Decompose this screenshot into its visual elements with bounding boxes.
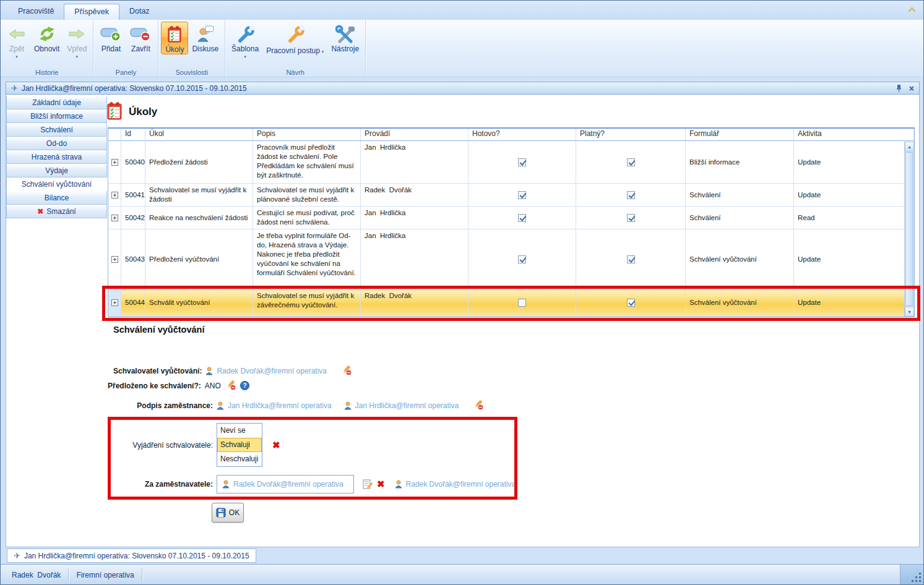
wrench-blue-icon [236, 23, 254, 45]
help-icon[interactable]: ? [240, 381, 249, 390]
edit-remove-pencil-icon[interactable] [340, 365, 352, 376]
header-ukol[interactable]: Úkol [145, 129, 253, 141]
tools-button[interactable]: Nástroje [327, 22, 363, 53]
statement-listbox[interactable]: Neví se Schvaluji Neschvaluji [217, 423, 262, 467]
sidebar-item-vydaje[interactable]: Výdaje [6, 164, 107, 177]
document-tab[interactable]: ✈ Jan Hrdlička@firemní operativa: Sloven… [7, 549, 256, 563]
header-aktivita[interactable]: Aktivita [794, 129, 914, 141]
expand-plus-icon[interactable] [111, 299, 118, 306]
svg-text:?: ? [243, 382, 246, 389]
tab-pracoviste[interactable]: Pracoviště [8, 4, 64, 20]
tab-dotaz[interactable]: Dotaz [119, 4, 160, 20]
clear-x-icon[interactable]: ✖ [377, 480, 385, 489]
scroll-down-icon[interactable]: ▼ [905, 307, 914, 317]
sidebar-item-od-do[interactable]: Od-do [6, 137, 107, 150]
tab-prispevek[interactable]: Příspěvek [64, 4, 119, 20]
template-button[interactable]: Šablona ▾ [228, 22, 262, 59]
refresh-button[interactable]: Obnovit [30, 22, 63, 53]
tasks-button[interactable]: Úkoly [161, 22, 188, 54]
expand-cell [108, 207, 121, 229]
table-row[interactable]: 50042 Reakce na neschválení žádosti Cest… [108, 207, 914, 229]
add-panel-button[interactable]: Přidat [96, 22, 126, 53]
expand-plus-icon[interactable] [111, 192, 118, 199]
done-checkbox[interactable] [518, 158, 526, 166]
approver-link[interactable]: Radek Dvořák@firemní operativa [217, 367, 327, 375]
cell-popis: Schvalovatel se musí vyjádřit k závěrečn… [253, 289, 361, 317]
airplane-icon: ✈ [11, 83, 18, 93]
signature-link-2[interactable]: Jan Hrdlička@firemní operativa [355, 401, 459, 410]
sidebar-item-hrazena-strava[interactable]: Hrazená strava [6, 150, 107, 164]
clear-x-icon[interactable]: ✖ [272, 441, 280, 450]
status-company: Firemní operativa [76, 571, 134, 579]
header-provadi[interactable]: Provádí [361, 129, 468, 141]
cell-hotovo [468, 141, 576, 184]
table-row[interactable]: 50043 Předložení vyúčtování Je třeba vyp… [108, 229, 914, 289]
table-row-selected[interactable]: 50044 Schválit vyúčtování Schvalovatel s… [108, 289, 914, 317]
scroll-up-icon[interactable]: ▲ [905, 142, 914, 152]
header-popis[interactable]: Popis [253, 129, 361, 141]
valid-checkbox[interactable] [627, 255, 635, 263]
ribbon-tab-strip: Pracoviště Příspěvek Dotaz [1, 1, 923, 20]
listbox-option[interactable]: Neví se [217, 424, 262, 438]
discussion-button[interactable]: Diskuse [188, 22, 222, 53]
wrench-orange-icon [286, 23, 304, 45]
resize-grip[interactable] [900, 565, 924, 585]
edit-remove-pencil-icon[interactable] [472, 400, 484, 411]
header-id[interactable]: Id [121, 129, 145, 141]
done-checkbox[interactable] [518, 299, 526, 307]
ribbon-collapse-button[interactable] [906, 5, 917, 14]
done-checkbox[interactable] [518, 214, 526, 222]
expand-plus-icon[interactable] [111, 215, 118, 221]
workflow-button[interactable]: Pracovní postup▾ [262, 22, 327, 56]
statement-label: Vyjádření schvalovatele: [6, 441, 213, 450]
header-platny[interactable]: Platný? [576, 129, 686, 141]
expand-plus-icon[interactable] [111, 159, 118, 166]
table-row[interactable]: 50040 Předložení žádosti Pracovník musí … [108, 141, 914, 184]
submitted-label: Předloženo ke schválení?: [108, 382, 201, 390]
pin-icon [896, 84, 902, 92]
approver-field-row: Schvalovatel vyůčtování: Radek Dvořák@fi… [113, 365, 352, 376]
sidebar-item-schvaleni-vyuctovani[interactable]: Schválení vyůčtování [6, 177, 107, 191]
employer-link-2[interactable]: Radek Dvořák@firemní operativa [406, 480, 516, 489]
sidebar-item-smazani[interactable]: ✖Smazání [6, 205, 107, 218]
edit-remove-pencil-icon[interactable] [225, 380, 236, 391]
sidebar-item-schvaleni[interactable]: Schválení [6, 123, 107, 137]
cell-ukol: Schvalovatel se musí vyjádřit k žádosti [145, 184, 253, 207]
pin-button[interactable] [896, 84, 902, 92]
tasks-section-icon [106, 102, 123, 121]
cell-aktivita: Update [794, 229, 914, 289]
tasks-section-title: Úkoly [129, 106, 157, 118]
expand-plus-icon[interactable] [111, 256, 118, 263]
expand-cell [108, 229, 121, 289]
done-checkbox[interactable] [518, 191, 526, 199]
valid-checkbox[interactable] [627, 214, 635, 222]
table-vertical-scrollbar[interactable]: ▲ ▼ [904, 142, 914, 317]
listbox-option-selected[interactable]: Schvaluji [217, 438, 262, 452]
header-formular[interactable]: Formulář [686, 129, 794, 141]
sign-document-icon[interactable] [363, 479, 373, 489]
sidebar-item-bilance[interactable]: Bilance [6, 191, 107, 205]
signature-link-1[interactable]: Jan Hrdlička@firemní operativa [228, 401, 332, 410]
header-hotovo[interactable]: Hotovo? [468, 129, 576, 141]
employer-link[interactable]: Radek Dvořák@firemní operativa [233, 480, 343, 489]
valid-checkbox[interactable] [627, 299, 635, 307]
valid-checkbox[interactable] [627, 158, 635, 166]
back-button[interactable]: Zpět ▾ [3, 22, 30, 59]
sidebar-item-blizsi-informace[interactable]: Bližší informace [6, 109, 107, 123]
scrollbar-thumb[interactable] [905, 152, 913, 306]
person-icon [217, 401, 224, 410]
sidebar-item-zakladni-udaje[interactable]: Základní údaje [6, 96, 107, 109]
close-panel-button[interactable]: Zavřít [126, 22, 155, 53]
ok-button[interactable]: OK [212, 503, 244, 523]
employer-picker-field[interactable]: Radek Dvořák@firemní operativa [217, 475, 354, 493]
ribbon-group-historie: Zpět ▾ Obnovit Vpřed [1, 20, 93, 77]
done-checkbox[interactable] [518, 255, 526, 263]
listbox-option[interactable]: Neschvaluji [217, 452, 262, 466]
ribbon-group-panely: Přidat Zavřít Panely [93, 20, 158, 77]
cell-formular: Schválení vyůčtování [686, 229, 794, 289]
close-button[interactable]: × [909, 85, 914, 92]
forward-button[interactable]: Vpřed ▾ [63, 22, 90, 59]
cell-ukol: Reakce na neschválení žádosti [145, 207, 253, 229]
valid-checkbox[interactable] [627, 191, 635, 199]
table-row[interactable]: 50041 Schvalovatel se musí vyjádřit k žá… [108, 184, 914, 207]
